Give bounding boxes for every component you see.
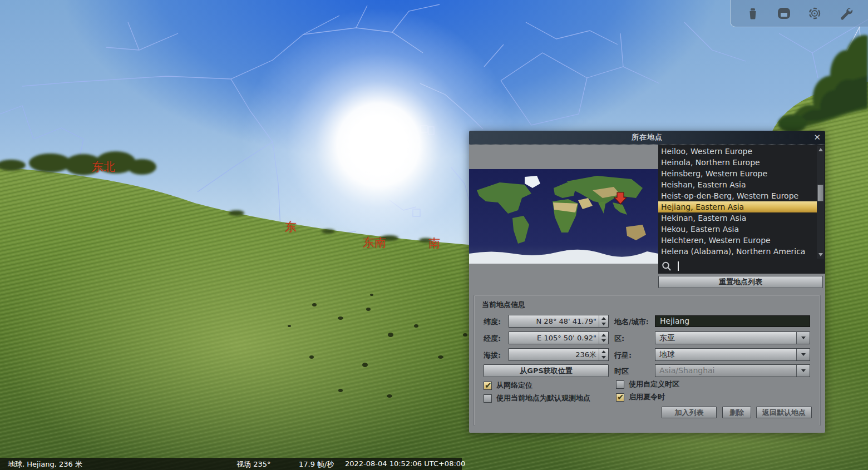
- list-item[interactable]: Heist-op-den-Berg, Western Europe: [658, 190, 817, 201]
- location-list: Heiloo, Western Europe Heinola, Northern…: [658, 145, 825, 274]
- city-input[interactable]: Hejiang: [655, 315, 810, 327]
- latitude-value: N 28° 48' 41.79": [509, 315, 599, 327]
- plugin-toolbar: [730, 0, 868, 27]
- stellarium-main-view[interactable]: 东北 东 东南 南: [0, 0, 868, 470]
- checkbox-label: 启用夏令时: [629, 392, 665, 402]
- chevron-down-icon: [796, 365, 810, 377]
- checkbox-default-location[interactable]: 使用当前地点为默认观测地点: [484, 393, 590, 403]
- spin-up-icon[interactable]: [599, 349, 608, 355]
- close-icon[interactable]: ✕: [813, 132, 821, 142]
- planet-label: 行星:: [614, 350, 632, 360]
- list-item[interactable]: Heinsberg, Western Europe: [658, 168, 817, 179]
- status-location: 地球, Hejiang, 236 米: [8, 459, 82, 469]
- list-item[interactable]: Hekou, Eastern Asia: [658, 224, 817, 235]
- list-scrollbar[interactable]: [817, 146, 824, 259]
- longitude-value: E 105° 50' 0.92": [509, 332, 599, 344]
- spin-down-icon[interactable]: [599, 338, 608, 344]
- gps-button[interactable]: 从GPS获取位置: [484, 364, 609, 377]
- chevron-down-icon: [796, 332, 810, 344]
- timezone-label: 时区: [614, 367, 629, 377]
- checkbox-daylight-saving[interactable]: 启用夏令时: [616, 392, 665, 402]
- checkbox-label: 使用当前地点为默认观测地点: [496, 393, 590, 403]
- direction-label-northeast: 东北: [92, 159, 115, 175]
- list-item[interactable]: Helchteren, Western Europe: [658, 235, 817, 246]
- latitude-spinner: [599, 315, 608, 327]
- status-fps: 17.9 帧/秒: [299, 459, 334, 469]
- timezone-dropdown: Asia/Shanghai: [655, 364, 810, 377]
- list-item-selected[interactable]: Hejiang, Eastern Asia: [658, 201, 817, 212]
- dialog-titlebar[interactable]: 所在地点 ✕: [469, 131, 825, 145]
- scroll-up-icon[interactable]: [817, 146, 823, 153]
- altitude-spinner: [599, 349, 608, 360]
- checkbox-network-locate[interactable]: 从网络定位: [484, 380, 532, 390]
- target-icon[interactable]: [806, 4, 823, 22]
- checkbox-unchecked-icon: [484, 394, 492, 403]
- checkbox-checked-icon: [484, 382, 492, 390]
- location-search[interactable]: [658, 259, 825, 274]
- text-caret: [678, 261, 679, 271]
- region-dropdown[interactable]: 东亚: [655, 332, 810, 344]
- planet-dropdown[interactable]: 地球: [655, 348, 810, 361]
- city-label: 地名/城市:: [614, 317, 649, 327]
- altitude-spinbox[interactable]: 236米: [509, 348, 609, 361]
- list-item[interactable]: Heinola, Northern Europe: [658, 157, 817, 168]
- search-icon: [661, 261, 672, 272]
- list-item[interactable]: Heiloo, Western Europe: [658, 146, 817, 157]
- timezone-value: Asia/Shanghai: [655, 365, 796, 377]
- altitude-label: 海拔:: [484, 350, 501, 360]
- list-item[interactable]: Heishan, Eastern Asia: [658, 179, 817, 190]
- checkbox-checked-icon: [616, 393, 624, 402]
- longitude-spinner: [599, 332, 608, 344]
- checkbox-label: 从网络定位: [496, 380, 532, 390]
- region-value: 东亚: [655, 332, 796, 344]
- latitude-spinbox[interactable]: N 28° 48' 41.79": [509, 315, 609, 328]
- reset-list-button[interactable]: 重置地点列表: [658, 276, 823, 288]
- spin-down-icon[interactable]: [599, 321, 608, 328]
- longitude-spinbox[interactable]: E 105° 50' 0.92": [509, 332, 609, 344]
- direction-label-southeast: 东南: [363, 235, 386, 250]
- direction-label-east: 东: [285, 219, 297, 235]
- group-title: 当前地点信息: [482, 300, 525, 310]
- add-to-list-button[interactable]: 加入列表: [662, 407, 717, 418]
- delete-button[interactable]: 删除: [722, 407, 751, 418]
- status-bar: 地球, Hejiang, 236 米 视场 235° 17.9 帧/秒 2022…: [0, 458, 462, 470]
- wrench-icon[interactable]: [837, 4, 855, 22]
- altitude-value: 236米: [509, 349, 599, 360]
- latitude-label: 纬度:: [484, 317, 501, 327]
- world-map[interactable]: [469, 169, 658, 264]
- planet-value: 地球: [655, 349, 796, 360]
- checkbox-unchecked-icon: [616, 380, 624, 389]
- status-datetime: 2022-08-04 10:52:06 UTC+08:00: [345, 459, 465, 468]
- list-item[interactable]: Helena (Alabama), Northern America: [658, 246, 817, 257]
- trash-icon[interactable]: [744, 4, 762, 22]
- spin-down-icon[interactable]: [599, 355, 608, 361]
- list-item[interactable]: Hekinan, Eastern Asia: [658, 212, 817, 224]
- current-location-group: 当前地点信息 纬度: N 28° 48' 41.79" 经度: E 105° 5…: [474, 295, 821, 426]
- spin-up-icon[interactable]: [599, 315, 608, 321]
- location-rows: Heiloo, Western Europe Heinola, Northern…: [658, 146, 817, 259]
- direction-label-south: 南: [428, 235, 440, 251]
- location-dialog: 所在地点 ✕: [469, 131, 825, 433]
- status-fov: 视场 235°: [236, 459, 270, 469]
- scrollbar-thumb[interactable]: [817, 185, 823, 201]
- screen-icon[interactable]: [775, 4, 793, 22]
- spin-up-icon[interactable]: [599, 332, 608, 338]
- chevron-down-icon: [796, 349, 810, 360]
- scroll-down-icon[interactable]: [817, 251, 823, 258]
- checkbox-label: 使用自定义时区: [629, 379, 679, 389]
- return-default-button[interactable]: 返回默认地点: [756, 407, 812, 418]
- dialog-title: 所在地点: [632, 132, 663, 142]
- longitude-label: 经度:: [484, 334, 501, 344]
- checkbox-custom-timezone[interactable]: 使用自定义时区: [616, 379, 679, 389]
- region-label: 区:: [614, 334, 624, 344]
